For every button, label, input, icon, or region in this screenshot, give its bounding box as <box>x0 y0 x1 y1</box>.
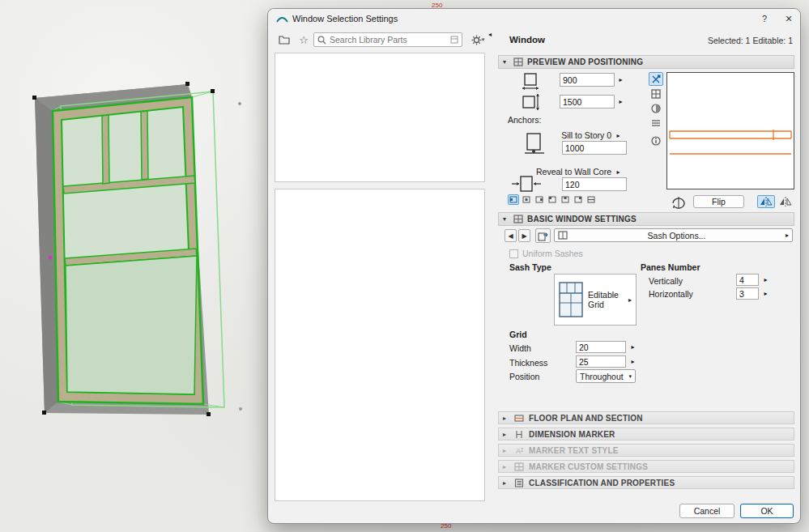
section-title: DIMENSION MARKER <box>529 430 615 439</box>
grid-width-input[interactable] <box>576 341 626 353</box>
mirror-a-icon <box>760 197 773 206</box>
anchor-pos-button-6[interactable] <box>573 194 584 205</box>
reveal-anchor-label[interactable]: Reveal to Wall Core <box>535 167 611 177</box>
sash-icon <box>558 231 568 240</box>
reveal-depth-input[interactable] <box>562 177 627 191</box>
anchor-pos-icon-4 <box>548 196 556 203</box>
grid-thickness-label: Thickness <box>509 358 547 368</box>
anchor-pos-button-4[interactable] <box>547 194 558 205</box>
anchor-pos-icon-1 <box>509 196 517 203</box>
transfer-settings-button[interactable] <box>535 228 551 243</box>
settings-menu-button[interactable]: ▾ <box>466 32 489 48</box>
flip-button[interactable]: Flip <box>693 195 744 208</box>
hotspot-dot <box>238 102 241 105</box>
uniform-sashes-checkbox[interactable] <box>509 249 518 258</box>
sphere-3d-icon <box>651 104 661 113</box>
height-input[interactable] <box>560 95 615 109</box>
search-icon <box>317 36 326 45</box>
svg-text:A: A <box>516 447 521 455</box>
gear-icon <box>471 35 482 45</box>
mullion-2 <box>141 111 148 180</box>
search-input[interactable] <box>330 35 447 45</box>
section-dimension-marker[interactable]: ▸ DIMENSION MARKER <box>498 428 794 440</box>
preview-mode-list-button[interactable] <box>649 116 663 130</box>
rotate-axis-icon[interactable] <box>670 195 688 210</box>
prev-page-button[interactable]: ◀ <box>505 229 517 242</box>
selection-handle <box>32 96 36 100</box>
triangle-down-icon: ▾ <box>503 58 509 66</box>
anchor-pos-icon-5 <box>561 196 569 203</box>
library-preview-top[interactable] <box>275 53 485 182</box>
vertically-flyout-arrow[interactable]: ▸ <box>760 273 771 287</box>
anchor-pos-icon-6 <box>574 196 582 203</box>
horizontally-flyout-arrow[interactable]: ▸ <box>760 287 771 300</box>
section-basic-window-settings[interactable]: ▾ BASIC WINDOW SETTINGS <box>498 212 794 226</box>
folder-button[interactable] <box>275 32 293 48</box>
anchor-pos-button-3[interactable] <box>534 194 545 205</box>
anchor-pos-button-2[interactable] <box>521 194 532 205</box>
width-input[interactable] <box>560 73 615 87</box>
grid-thickness-flyout-arrow[interactable]: ▸ <box>628 355 638 368</box>
classification-icon <box>514 479 524 487</box>
window-3d-model[interactable] <box>15 71 249 428</box>
library-preview-bottom[interactable] <box>275 189 485 501</box>
section-floor-plan-and-section[interactable]: ▸ FLOOR PLAN AND SECTION <box>498 411 794 424</box>
ok-button[interactable]: OK <box>740 504 794 518</box>
sash-type-label: Sash Type <box>509 262 551 272</box>
subject-label: Window <box>509 35 545 45</box>
transfer-settings-icon <box>538 231 548 241</box>
preview-mode-strip <box>649 72 663 147</box>
sash-type-selector[interactable]: Editable Grid ▸ <box>554 274 637 326</box>
sash-type-value: Editable Grid <box>588 290 624 309</box>
anchor-pos-button-1[interactable] <box>508 194 519 205</box>
chevron-down-icon: ▾ <box>628 373 632 380</box>
dialog-titlebar[interactable]: Window Selection Settings ? × <box>268 9 800 28</box>
section-classification-and-properties[interactable]: ▸ CLASSIFICATION AND PROPERTIES <box>498 476 794 489</box>
panel-collapse-arrow[interactable]: ◂ <box>488 31 492 38</box>
search-box[interactable] <box>313 32 462 47</box>
mirror-a-button[interactable] <box>757 195 775 208</box>
section-marker-custom-settings[interactable]: ▸ MARKER CUSTOM SETTINGS <box>498 460 794 473</box>
preview-mode-3d-button[interactable] <box>649 101 663 115</box>
grid-thickness-input[interactable] <box>576 355 626 368</box>
selection-handle <box>42 411 46 415</box>
preview-mode-default-button[interactable] <box>649 72 663 86</box>
mirror-b-icon <box>779 197 792 206</box>
section-marker-text-style[interactable]: ▸ A MARKER TEXT STYLE <box>498 444 794 457</box>
sill-anchor-label[interactable]: Sill to Story 0 <box>543 130 611 140</box>
next-page-button[interactable]: ▶ <box>518 229 530 242</box>
hammer-wrench-icon <box>651 74 661 84</box>
anchor-pos-icon-3 <box>535 196 543 203</box>
grid-label: Grid <box>509 330 527 339</box>
star-icon: ☆ <box>299 34 309 46</box>
height-flyout-arrow[interactable]: ▸ <box>615 95 626 109</box>
cancel-button[interactable]: Cancel <box>679 504 734 518</box>
anchor-position-row <box>508 194 597 205</box>
section-preview-positioning[interactable]: ▾ PREVIEW AND POSITIONING <box>498 55 794 69</box>
elevation-preview[interactable] <box>666 72 794 189</box>
vertically-label: Vertically <box>649 276 683 286</box>
anchor-pos-button-7[interactable] <box>585 194 597 205</box>
selection-handle <box>207 412 211 416</box>
close-button[interactable]: × <box>777 9 801 28</box>
mirror-b-button[interactable] <box>777 195 794 208</box>
horizontally-input[interactable] <box>736 287 759 300</box>
section-title: CLASSIFICATION AND PROPERTIES <box>529 479 675 487</box>
window-section-icon <box>513 57 523 66</box>
grid-width-flyout-arrow[interactable]: ▸ <box>628 340 638 354</box>
help-button[interactable]: ? <box>752 9 777 28</box>
anchor-pos-button-5[interactable] <box>560 194 571 205</box>
grid-width-label: Width <box>509 343 531 353</box>
preview-mode-info-button[interactable] <box>649 134 663 147</box>
width-flyout-arrow[interactable]: ▸ <box>615 73 626 87</box>
grid-position-dropdown[interactable]: Throughout ▾ <box>576 369 636 383</box>
favorites-button[interactable]: ☆ <box>295 32 313 48</box>
triangle-down-icon: ▾ <box>503 215 509 223</box>
vertically-input[interactable] <box>736 274 759 286</box>
anchor-pos-icon-2 <box>522 196 530 203</box>
sash-options-dropdown[interactable]: Sash Options... ▸ <box>554 228 793 242</box>
sill-height-input[interactable] <box>562 141 627 155</box>
preview-mode-2d-button[interactable] <box>649 87 663 100</box>
section-title: MARKER CUSTOM SETTINGS <box>529 462 648 471</box>
sash-options-label: Sash Options... <box>572 231 781 240</box>
